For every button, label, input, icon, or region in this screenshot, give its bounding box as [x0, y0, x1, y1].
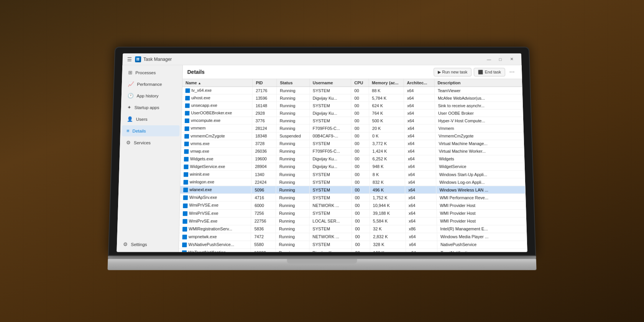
- table-row[interactable]: UserOOBEBroker.exe2928RunningDigvijay Ku…: [182, 109, 523, 117]
- col-header-username[interactable]: Username: [309, 79, 351, 87]
- processes-icon: ⊞: [128, 70, 132, 76]
- svg-rect-0: [136, 58, 138, 59]
- process-icon: [185, 111, 189, 116]
- process-icon: [185, 104, 190, 108]
- col-header-arch[interactable]: Architec...: [404, 79, 434, 87]
- maximize-button[interactable]: □: [495, 56, 506, 63]
- sidebar-item-details[interactable]: ≡ Details: [122, 125, 180, 136]
- run-task-icon: ▶: [437, 69, 440, 74]
- details-table: Name PID Status Username CPU Memory (ac.…: [179, 79, 527, 252]
- sidebar-item-startup-apps[interactable]: ✦ Startup apps: [122, 102, 180, 113]
- details-icon: ≡: [127, 128, 130, 134]
- laptop-hinge: [108, 256, 536, 259]
- table-row[interactable]: WmiApSrv.exe4716RunningSYSTEM001,752 Kx6…: [180, 194, 526, 201]
- window-controls: — □ ✕: [483, 56, 517, 63]
- laptop: ☰ Task Manager — □ ✕: [108, 47, 537, 270]
- table-row[interactable]: unsecapp.exe16148RunningSYSTEM00624 Kx64…: [182, 102, 523, 110]
- table-row[interactable]: winlogon.exe22424RunningSYSTEM00832 Kx64…: [180, 178, 525, 186]
- users-icon: 👤: [127, 116, 133, 122]
- table-row[interactable]: vmcompute.exe3776RunningSYSTEM00500 Kx64…: [182, 117, 523, 125]
- process-icon: [184, 172, 188, 177]
- window-title: Task Manager: [143, 56, 484, 62]
- col-header-cpu[interactable]: CPU: [351, 79, 369, 87]
- sidebar-item-processes[interactable]: ⊞ Processes: [123, 67, 181, 78]
- sidebar-label-processes: Processes: [135, 70, 156, 75]
- sidebar-item-users[interactable]: 👤 Users: [122, 113, 180, 125]
- minimize-button[interactable]: —: [483, 56, 494, 63]
- table-row[interactable]: WidgetService.exe28904RunningDigvijay Ku…: [181, 163, 524, 171]
- table-row[interactable]: vmwp.exe26036RunningF709FF05-C...001,424…: [181, 148, 524, 155]
- table-row[interactable]: WmiPrvSE.exe22756RunningLOCAL SER...005,…: [179, 217, 526, 225]
- sidebar-label-details: Details: [132, 128, 146, 133]
- services-icon: ⚙: [126, 140, 131, 146]
- svg-rect-3: [138, 59, 139, 60]
- process-icon: [183, 211, 187, 216]
- sidebar-item-settings[interactable]: ⚙ Settings: [118, 238, 177, 250]
- process-icon: [182, 235, 187, 239]
- col-header-memory[interactable]: Memory (ac...: [369, 79, 404, 87]
- content-header: Details ▶ Run new task ⬛ End task ⋯: [182, 65, 522, 79]
- col-header-name[interactable]: Name: [182, 79, 253, 87]
- run-task-label: Run new task: [442, 70, 467, 74]
- sidebar-spacer: [117, 148, 181, 238]
- process-icon: [184, 141, 189, 146]
- app-icon: [135, 56, 141, 62]
- page-title: Details: [187, 69, 431, 75]
- hamburger-icon[interactable]: ☰: [127, 56, 132, 62]
- svg-rect-2: [136, 59, 138, 60]
- sidebar-item-app-history[interactable]: 🕐 App history: [123, 90, 180, 101]
- table-row[interactable]: wlanext.exe5096RunningSYSTEM00496 Kx64Wi…: [180, 186, 526, 194]
- process-icon: [183, 188, 188, 192]
- table-row[interactable]: WmiPrVSE.exe7256RunningSYSTEM0039,188 Kx…: [180, 209, 526, 217]
- screen-bezel: ☰ Task Manager — □ ✕: [108, 47, 536, 256]
- sidebar-item-services[interactable]: ⚙ Services: [122, 137, 179, 148]
- process-icon: [184, 149, 189, 154]
- process-icon: [184, 164, 188, 169]
- table-row[interactable]: WsNativePushService...5580RunningSYSTEM0…: [179, 241, 527, 249]
- sidebar-label-startup: Startup apps: [135, 105, 159, 110]
- sidebar-label-app-history: App history: [136, 94, 158, 98]
- process-icon: [184, 126, 189, 131]
- col-header-status[interactable]: Status: [277, 79, 310, 87]
- col-header-desc[interactable]: Description: [434, 79, 522, 87]
- table-row[interactable]: wmpnetwk.exe7472RunningNETWORK ...002,83…: [179, 233, 527, 241]
- process-icon: [182, 227, 187, 232]
- end-task-button[interactable]: ⬛ End task: [474, 68, 505, 76]
- table-row[interactable]: uihost.exe13596RunningDigvijay Ku...005,…: [182, 94, 522, 102]
- end-task-label: End task: [485, 70, 501, 74]
- process-icon: [185, 96, 190, 100]
- table-row[interactable]: vmmem28124RunningF709FF05-C...0020 Kx64V…: [181, 125, 523, 132]
- col-header-pid[interactable]: PID: [253, 79, 277, 87]
- sidebar-label-users: Users: [136, 117, 148, 122]
- settings-icon: ⚙: [123, 242, 128, 247]
- startup-icon: ✦: [127, 105, 131, 110]
- task-manager-window: ☰ Task Manager — □ ✕: [117, 53, 527, 252]
- process-icon: [182, 243, 187, 247]
- performance-icon: 📈: [128, 81, 134, 87]
- process-icon: [185, 119, 189, 123]
- screen: ☰ Task Manager — □ ✕: [117, 53, 527, 252]
- table-row[interactable]: Widgets.exe19600RunningDigvijay Ku...006…: [181, 155, 524, 163]
- process-icon: [184, 134, 189, 138]
- details-table-wrap[interactable]: Name PID Status Username CPU Memory (ac.…: [179, 79, 527, 252]
- svg-rect-1: [138, 58, 139, 59]
- sidebar-label-services: Services: [134, 140, 151, 145]
- table-row[interactable]: WMIRegistrationServ...5836RunningSYSTEM0…: [179, 225, 527, 233]
- laptop-base: [108, 259, 537, 270]
- table-row[interactable]: vmms.exe3728RunningSYSTEM003,772 Kx64Vir…: [181, 140, 524, 148]
- table-row[interactable]: tv_x64.exe27176RunningSYSTEM0088 Kx64Tea…: [182, 87, 522, 94]
- more-options-button[interactable]: ⋯: [506, 67, 517, 76]
- end-task-icon: ⬛: [478, 69, 483, 74]
- table-row[interactable]: vmmemCmZygote18348Suspended00B4CAF9-...0…: [181, 132, 524, 140]
- sidebar-label-settings: Settings: [131, 242, 147, 246]
- table-row[interactable]: wininit.exe1340RunningSYSTEM008 Kx64Wind…: [181, 171, 525, 178]
- table-row[interactable]: WsToastNotification...19692RunningDigvij…: [179, 249, 527, 252]
- table-row[interactable]: WmiPrVSE.exe6000RunningNETWORK ...0010,9…: [180, 202, 526, 209]
- close-button[interactable]: ✕: [506, 56, 517, 63]
- process-icon: [183, 196, 188, 200]
- sidebar-item-performance[interactable]: 📈 Performance: [123, 79, 181, 89]
- process-icon: [184, 157, 189, 161]
- content-area: Details ▶ Run new task ⬛ End task ⋯: [179, 65, 527, 252]
- run-new-task-button[interactable]: ▶ Run new task: [434, 68, 472, 76]
- title-bar: ☰ Task Manager — □ ✕: [122, 53, 521, 65]
